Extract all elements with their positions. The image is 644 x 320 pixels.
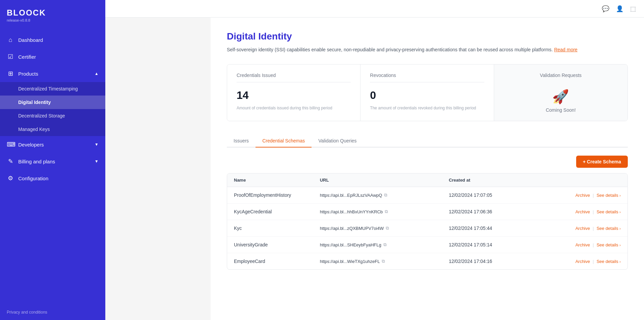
cell-actions: Archive | See details ›	[535, 226, 621, 231]
sidebar-item-label: Developers	[18, 142, 44, 148]
sidebar-item-decentralized-timestamping[interactable]: Decentralized Timestamping	[0, 82, 105, 96]
chevron-up-icon: ▲	[95, 71, 99, 76]
sidebar-item-label: Dashboard	[18, 37, 43, 43]
cell-created: 12/02/2024 17:05:14	[449, 242, 535, 247]
chat-icon[interactable]: 💬	[602, 5, 609, 12]
sidebar-item-billing[interactable]: ✎ Billing and plans ▼	[0, 153, 105, 170]
products-subnav: Decentralized Timestamping Digital Ident…	[0, 82, 105, 136]
sidebar-item-digital-identity[interactable]: Digital Identity	[0, 96, 105, 109]
table-row: Kyc https://api.bl...zQXBMUPV7oi4W ⧉ 12/…	[227, 220, 627, 237]
cell-actions: Archive | See details ›	[535, 193, 621, 198]
table-header: Name URL Created at	[227, 174, 627, 187]
cell-url: https://api.bl...WieTXg1uhzeFL ⧉	[320, 259, 449, 264]
col-header-created: Created at	[449, 178, 535, 183]
col-header-name: Name	[234, 178, 320, 183]
cell-url: https://api.bl...zQXBMUPV7oi4W ⧉	[320, 225, 449, 231]
table-row: ProofOfEmploymentHistory https://api.bl.…	[227, 187, 627, 204]
tab-validation-queries[interactable]: Validation Queries	[312, 135, 363, 148]
coming-soon-text: Coming Soon!	[546, 107, 576, 113]
archive-button[interactable]: Archive	[575, 226, 590, 231]
cell-name: UniversityGrade	[234, 242, 320, 247]
page-description: Self-sovereign identity (SSI) capabiliti…	[227, 46, 628, 53]
stat-validation-requests: Validation Requests 🚀 Coming Soon!	[494, 64, 627, 121]
stat-desc-credentials: Amount of credentials issued during this…	[237, 106, 351, 110]
stat-label-validation: Validation Requests	[504, 73, 618, 82]
create-schema-button[interactable]: + Create Schema	[576, 156, 628, 168]
stat-label-revocations: Revocations	[370, 73, 484, 82]
home-icon: ⌂	[7, 36, 14, 44]
stats-grid: Credentials Issued 14 Amount of credenti…	[227, 64, 628, 121]
cell-name: Kyc	[234, 225, 320, 231]
copy-icon[interactable]: ⧉	[385, 209, 388, 214]
copy-icon[interactable]: ⧉	[382, 259, 385, 264]
cell-actions: Archive | See details ›	[535, 242, 621, 247]
cell-name: EmployeeCard	[234, 259, 320, 264]
stat-label-credentials: Credentials Issued	[237, 73, 351, 82]
col-header-actions	[535, 178, 621, 183]
chevron-down-icon: ▼	[95, 142, 99, 147]
sidebar-item-certifier[interactable]: ☑ Certifier	[0, 48, 105, 65]
cell-name: KycAgeCredential	[234, 209, 320, 214]
tab-issuers[interactable]: Issuers	[227, 135, 256, 148]
tab-bar: Issuers Credential Schemas Validation Qu…	[227, 135, 628, 148]
developers-icon: ⌨	[7, 141, 14, 148]
cell-name: ProofOfEmploymentHistory	[234, 192, 320, 198]
cell-created: 12/02/2024 17:04:16	[449, 259, 535, 264]
table-row: UniversityGrade https://api.bl...SHEeybF…	[227, 237, 627, 253]
stat-revocations: Revocations 0 The amount of credentials …	[360, 64, 494, 121]
logo-version: release-v0.8.8	[7, 18, 99, 22]
page-title: Digital Identity	[227, 31, 628, 42]
cell-url: https://api.bl...EpRJLszVAAwpQ ⧉	[320, 192, 449, 198]
stat-value-revocations: 0	[370, 89, 484, 102]
sidebar-item-dashboard[interactable]: ⌂ Dashboard	[0, 32, 105, 48]
cell-actions: Archive | See details ›	[535, 209, 621, 214]
sidebar-item-products[interactable]: ⊞ Products ▲	[0, 65, 105, 82]
archive-button[interactable]: Archive	[575, 242, 590, 247]
cell-created: 12/02/2024 17:05:44	[449, 225, 535, 231]
table-row: KycAgeCredential https://api.bl...hhBxUn…	[227, 204, 627, 220]
table-toolbar: + Create Schema	[227, 156, 628, 168]
sidebar-logo: BLOOCK release-v0.8.8	[0, 0, 105, 25]
cell-url: https://api.bl...SHEeybFyaHFLg ⧉	[320, 242, 449, 247]
products-icon: ⊞	[7, 70, 14, 77]
sidebar-footer[interactable]: Privacy and conditions	[0, 304, 105, 320]
archive-button[interactable]: Archive	[575, 193, 590, 198]
archive-button[interactable]: Archive	[575, 209, 590, 214]
read-more-link[interactable]: Read more	[554, 47, 578, 52]
tab-credential-schemas[interactable]: Credential Schemas	[256, 135, 312, 148]
see-details-button[interactable]: See details ›	[596, 226, 621, 231]
see-details-button[interactable]: See details ›	[596, 193, 621, 198]
sidebar-item-label: Products	[18, 71, 38, 77]
logout-icon[interactable]: ⬚	[630, 5, 636, 12]
stat-value-credentials: 14	[237, 89, 351, 102]
stat-credentials-issued: Credentials Issued 14 Amount of credenti…	[227, 64, 360, 121]
cell-created: 12/02/2024 17:07:05	[449, 192, 535, 198]
col-header-url: URL	[320, 178, 449, 183]
main-content: Digital Identity Self-sovereign identity…	[211, 18, 644, 320]
see-details-button[interactable]: See details ›	[596, 259, 621, 264]
configuration-icon: ⚙	[7, 175, 14, 182]
cell-actions: Archive | See details ›	[535, 259, 621, 264]
copy-icon[interactable]: ⧉	[383, 242, 386, 247]
sidebar-item-label: Configuration	[18, 176, 48, 181]
certifier-icon: ☑	[7, 53, 14, 60]
copy-icon[interactable]: ⧉	[384, 192, 387, 198]
sidebar-item-label: Billing and plans	[18, 159, 55, 164]
table-row: EmployeeCard https://api.bl...WieTXg1uhz…	[227, 253, 627, 269]
sidebar: BLOOCK release-v0.8.8 ⌂ Dashboard ☑ Cert…	[0, 0, 105, 320]
sidebar-item-managed-keys[interactable]: Managed Keys	[0, 123, 105, 136]
sidebar-nav: ⌂ Dashboard ☑ Certifier ⊞ Products ▲ Dec…	[0, 32, 105, 304]
sidebar-item-developers[interactable]: ⌨ Developers ▼	[0, 136, 105, 153]
topbar: 💬 👤 ⬚	[105, 0, 644, 18]
see-details-button[interactable]: See details ›	[596, 209, 621, 214]
see-details-button[interactable]: See details ›	[596, 242, 621, 247]
copy-icon[interactable]: ⧉	[386, 225, 389, 231]
schemas-table: Name URL Created at ProofOfEmploymentHis…	[227, 173, 628, 270]
user-icon[interactable]: 👤	[616, 5, 623, 12]
archive-button[interactable]: Archive	[575, 259, 590, 264]
cell-created: 12/02/2024 17:06:36	[449, 209, 535, 214]
sidebar-item-decentralized-storage[interactable]: Decentralized Storage	[0, 109, 105, 123]
logo-text: BLOOCK	[7, 8, 99, 18]
chevron-down-icon: ▼	[95, 159, 99, 164]
sidebar-item-configuration[interactable]: ⚙ Configuration	[0, 170, 105, 187]
